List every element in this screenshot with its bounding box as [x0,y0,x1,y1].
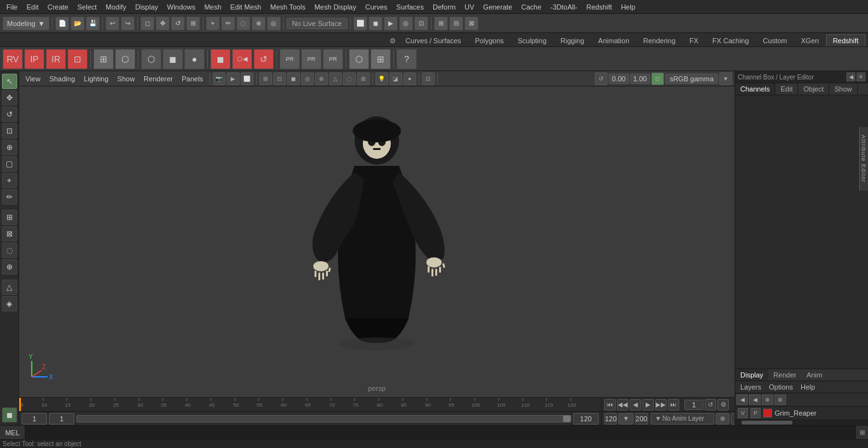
pb-start-btn[interactable]: ⏮ [604,399,616,411]
vp-shade-btn[interactable]: ◼ [287,72,300,85]
vp-light-btn[interactable]: 💡 [376,72,388,85]
menu-mesh-tools[interactable]: Mesh Tools [266,2,309,12]
menu-mesh[interactable]: Mesh [200,2,225,12]
marquee-tool[interactable]: ▢ [2,156,17,172]
shelf-icon-sph[interactable]: ● [184,49,205,69]
quick-sel-tool[interactable]: ◼ [2,407,17,423]
paint-tool[interactable]: ✏ [2,189,17,205]
scale-tool-btn[interactable]: ⊞ [186,17,200,31]
workspace-dropdown[interactable]: Modeling ▼ [3,17,50,31]
open-scene-btn[interactable]: 📂 [71,17,85,31]
select-tool[interactable]: ↖ [2,74,17,89]
shelf-icon-grid[interactable]: ⊞ [93,49,114,69]
vp-gamma-dropdown[interactable]: sRGB gamma [665,74,718,84]
vp-color-btn[interactable]: ⊡ [651,72,664,85]
vp-menu-show[interactable]: Show [114,74,139,84]
cb-tab-object[interactable]: Object [798,83,829,95]
shelf-icon-3[interactable]: IR [46,49,66,69]
sym-tool[interactable]: ⊕ [2,259,17,275]
le-tab-render[interactable]: Render [768,369,801,381]
menu-modify[interactable]: Modify [102,2,130,12]
shelf-icon-dome[interactable]: ⬡ [141,49,161,69]
cb-tab-edit[interactable]: Edit [775,83,798,95]
render4-btn[interactable]: ◎ [399,17,413,31]
bc-start[interactable]: 1 [22,413,47,424]
vp-menu-lighting[interactable]: Lighting [80,74,112,84]
shelf-icon-mat1[interactable]: ⬡ [349,49,369,69]
le-btn1[interactable]: ◀ [736,395,748,405]
le-menu-options[interactable]: Options [765,382,797,392]
paint-btn[interactable]: ✏ [221,17,235,31]
menu-3dto[interactable]: -3DtoAll- [546,2,581,12]
soft-btn[interactable]: ◌ [236,17,250,31]
menu-uv[interactable]: UV [461,2,478,12]
le-btn4[interactable]: ⊕ [775,395,786,405]
vp-gamma-arrow[interactable]: ▼ [719,72,732,85]
shelf-icon-2[interactable]: IP [24,49,44,69]
move-tool[interactable]: ✥ [2,90,17,105]
vp-ao-btn[interactable]: ● [403,72,416,85]
vp-xray-btn[interactable]: ◌ [343,72,356,85]
lasso-btn[interactable]: ⌖ [206,17,220,31]
vp-grid-btn[interactable]: ⊞ [259,72,272,85]
menu-help[interactable]: Help [617,2,639,12]
shelf-icon-pr3[interactable]: PR [323,49,343,69]
le-menu-layers[interactable]: Layers [736,382,765,392]
le-btn2[interactable]: ◀ [749,395,761,405]
render-btn[interactable]: ⬜ [353,17,367,31]
bc-anim-start[interactable]: 120 [604,413,617,424]
panel-close-btn[interactable]: ✕ [857,72,865,81]
vp-menu-shading[interactable]: Shading [46,74,79,84]
hide-tool[interactable]: ◈ [2,296,17,311]
vp-shade2-btn[interactable]: ◎ [301,72,314,85]
shelf-icon-r3[interactable]: ↺ [254,49,274,69]
pb-prev-btn[interactable]: ◀ [630,399,641,411]
shelf-icon-mat2[interactable]: ⊞ [370,49,391,69]
shelf-tab-xgen[interactable]: XGen [794,34,826,46]
menu-cache[interactable]: Cache [517,2,545,12]
layer-visible-btn[interactable]: V [738,408,748,418]
shelf-tab-animation[interactable]: Animation [591,34,636,46]
cb-tab-show[interactable]: Show [829,83,858,95]
vp-grid2-btn[interactable]: ⊞ [357,72,370,85]
rotate-tool-btn[interactable]: ↺ [171,17,185,31]
menu-windows[interactable]: Windows [163,2,200,12]
rotate-tool[interactable]: ↺ [2,107,17,122]
anim-layer-btn1[interactable]: ⊕ [715,413,729,424]
undo-btn[interactable]: ↩ [105,17,119,31]
pb-end-btn[interactable]: ⏭ [668,399,679,411]
snap-btn[interactable]: ⊕ [252,17,266,31]
pb-loop-btn[interactable]: ↺ [705,399,716,411]
redo-btn[interactable]: ↪ [121,17,135,31]
layer-p-btn[interactable]: P [750,408,761,418]
menu-file[interactable]: File [3,2,22,12]
shelf-tab-fx-caching[interactable]: FX Caching [705,34,756,46]
vp-menu-renderer[interactable]: Renderer [140,74,177,84]
shelf-tab-fx[interactable]: FX [682,34,705,46]
timeline-main[interactable]: 5 10 15 20 25 30 35 [19,397,601,411]
shelf-icon-r2[interactable]: ⬡◀ [232,49,252,69]
vp-isolate-btn[interactable]: ↺ [595,72,607,85]
universal-tool[interactable]: ⊕ [2,140,17,155]
le-tab-display[interactable]: Display [735,369,768,381]
cmd-language[interactable]: MEL [0,426,25,439]
cmd-end-btn[interactable]: ⊞ [855,426,868,439]
pb-prev-key-btn[interactable]: ◀◀ [617,399,628,411]
shelf-tab-redshift[interactable]: Redshift [826,34,865,46]
new-scene-btn[interactable]: 📄 [55,17,69,31]
snap-grid-tool[interactable]: ⊞ [2,210,17,225]
shelf-icon-q1[interactable]: ? [397,49,417,69]
shelf-icon-4[interactable]: ⊡ [67,49,88,69]
vp-shade4-btn[interactable]: △ [329,72,342,85]
menu-mesh-display[interactable]: Mesh Display [311,2,360,12]
display1-btn[interactable]: ⊞ [434,17,448,31]
vp-shade3-btn[interactable]: ⊕ [315,72,328,85]
bc-end[interactable]: 120 [573,413,599,424]
bc-current[interactable]: 1 [49,413,74,424]
vp-wire-btn[interactable]: ⊡ [273,72,286,85]
vp-cam3-btn[interactable]: ⬜ [241,72,254,85]
layer-scrollbar[interactable] [735,420,868,425]
bc-anim-arrow[interactable]: ▼ [618,413,634,424]
bc-anim-end[interactable]: 200 [635,413,648,424]
display3-btn[interactable]: ⊠ [465,17,478,31]
